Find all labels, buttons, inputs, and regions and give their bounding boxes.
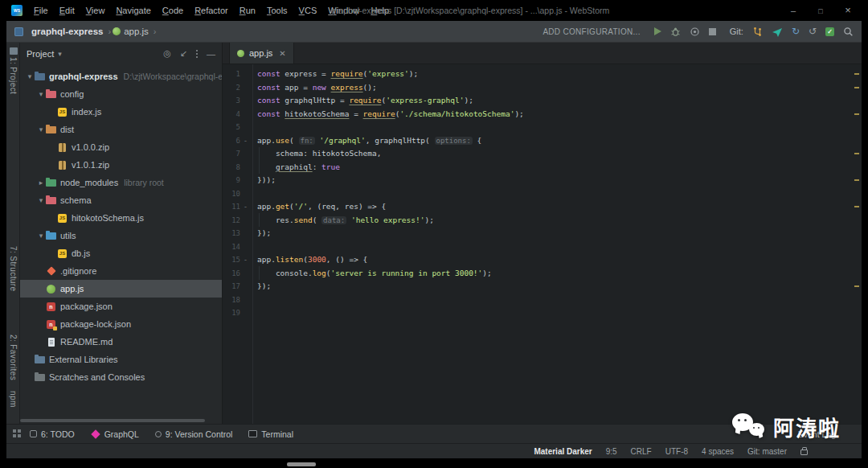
menu-refactor[interactable]: Refactor bbox=[189, 6, 234, 15]
fold-marker[interactable]: - bbox=[240, 134, 251, 148]
push-paper-plane-icon[interactable] bbox=[772, 27, 783, 37]
update-project-icon[interactable]: ↻ bbox=[792, 27, 800, 36]
menu-edit[interactable]: Edit bbox=[54, 6, 80, 15]
maximize-button[interactable] bbox=[807, 0, 834, 21]
tree-item-readme-md[interactable]: README.md bbox=[20, 333, 222, 351]
statusbar-item-git-master[interactable]: Git: master bbox=[747, 447, 787, 456]
toolwindow-button-graphql[interactable]: GraphQL bbox=[91, 429, 139, 439]
tree-item-dist[interactable]: ▾dist bbox=[20, 121, 222, 138]
menu-vcs[interactable]: VCS bbox=[293, 6, 323, 15]
stripe-tab-npm[interactable]: npm bbox=[6, 391, 20, 408]
code-line-9[interactable]: })); bbox=[257, 174, 852, 187]
tree-item--gitignore[interactable]: .gitignore bbox=[20, 262, 222, 280]
code-line-14[interactable] bbox=[257, 240, 852, 254]
editor-tab-appjs[interactable]: app.js ✕ bbox=[229, 43, 294, 64]
git-branch-icon[interactable] bbox=[752, 27, 763, 37]
statusbar-item-crlf[interactable]: CRLF bbox=[631, 447, 652, 456]
stripe-tab-favorites[interactable]: 2: Favorites bbox=[6, 335, 20, 380]
tree-item-config[interactable]: ▾config bbox=[20, 85, 222, 103]
code-line-3[interactable]: const graphqlHttp = require('express-gra… bbox=[257, 94, 852, 108]
stripe-tab-project[interactable]: 1: Project bbox=[6, 46, 20, 94]
commit-checkmark-icon[interactable]: ✓ bbox=[825, 27, 834, 36]
code-line-12[interactable]: res.send( data: 'hello express!'); bbox=[257, 214, 852, 228]
chevron-down-icon[interactable]: ▾ bbox=[25, 72, 35, 80]
toolwindow-button-terminal[interactable]: Terminal bbox=[248, 429, 293, 439]
menu-navigate[interactable]: Navigate bbox=[110, 6, 156, 15]
code-line-4[interactable]: const hitokotoSchema = require('./schema… bbox=[257, 108, 852, 121]
code-line-6[interactable]: app.use( fn: '/graphql', graphqlHttp( op… bbox=[257, 134, 852, 148]
code-area[interactable]: 123456-7891011-12131415-16171819 const e… bbox=[223, 64, 862, 424]
hide-panel-icon[interactable]: — bbox=[207, 49, 215, 59]
code-line-16[interactable]: console.log('server is running in port 3… bbox=[257, 267, 852, 281]
lock-icon[interactable] bbox=[800, 450, 808, 455]
project-panel-title[interactable]: Project bbox=[27, 49, 54, 59]
breadcrumb-project[interactable]: graphql-express bbox=[31, 27, 103, 36]
run-button[interactable] bbox=[654, 27, 661, 35]
close-button[interactable] bbox=[834, 0, 862, 21]
chevron-down-icon[interactable]: ▾ bbox=[36, 90, 46, 98]
options-icon[interactable] bbox=[196, 53, 198, 55]
menu-tools[interactable]: Tools bbox=[261, 6, 293, 15]
tree-item-graphql-express[interactable]: ▾graphql-expressD:\zjtWorkspace\graphql-… bbox=[20, 68, 222, 85]
code-line-8[interactable]: graphiql: true bbox=[257, 161, 852, 174]
minimize-button[interactable] bbox=[780, 0, 807, 21]
toolwindow-switcher-icon[interactable] bbox=[13, 429, 22, 438]
tree-item-package-json[interactable]: package.json bbox=[20, 298, 222, 315]
code-line-19[interactable] bbox=[257, 306, 852, 320]
chevron-down-icon[interactable]: ▾ bbox=[36, 125, 46, 133]
menu-file[interactable]: File bbox=[28, 6, 54, 15]
coverage-target-icon[interactable] bbox=[690, 27, 700, 37]
breadcrumb-file[interactable]: app.js bbox=[124, 27, 149, 36]
toolwindow-button-6-todo[interactable]: 6: TODO bbox=[30, 429, 75, 439]
menu-view[interactable]: View bbox=[80, 6, 111, 15]
tree-item-app-js[interactable]: app.js bbox=[20, 280, 222, 298]
collapse-all-icon[interactable]: ↙ bbox=[180, 48, 187, 59]
tree-item-scratches-and-consoles[interactable]: Scratches and Consoles bbox=[20, 368, 222, 386]
tree-item-hitokotoschema-js[interactable]: hitokotoSchema.js bbox=[20, 209, 222, 227]
toolwindow-button-9-version-control[interactable]: 9: Version Control bbox=[155, 429, 232, 439]
project-scrollbar[interactable] bbox=[20, 419, 205, 422]
folder-utils-icon bbox=[46, 231, 56, 241]
code-line-13[interactable]: }); bbox=[257, 227, 852, 240]
line-number: 6 bbox=[223, 134, 240, 148]
code-line-7[interactable]: schema: hitokotoSchema, bbox=[257, 147, 852, 161]
statusbar-item-9-5[interactable]: 9:5 bbox=[606, 447, 617, 456]
tree-item-utils[interactable]: ▾utils bbox=[20, 227, 222, 244]
tree-item-index-js[interactable]: index.js bbox=[20, 103, 222, 121]
menu-run[interactable]: Run bbox=[234, 6, 261, 15]
code-line-17[interactable]: }); bbox=[257, 280, 852, 294]
rollback-icon[interactable]: ↺ bbox=[809, 27, 817, 36]
locate-file-icon[interactable]: ◎ bbox=[163, 48, 171, 59]
run-configuration-selector[interactable]: ADD CONFIGURATION... bbox=[542, 27, 640, 36]
chevron-right-icon[interactable]: ▸ bbox=[36, 179, 46, 187]
code-line-18[interactable] bbox=[257, 294, 852, 307]
close-tab-icon[interactable]: ✕ bbox=[279, 49, 285, 58]
statusbar-item-material-darker[interactable]: Material Darker bbox=[534, 447, 592, 456]
menu-code[interactable]: Code bbox=[157, 6, 189, 15]
tree-item-schema[interactable]: ▾schema bbox=[20, 191, 222, 209]
tree-item-node-modules[interactable]: ▸node_moduleslibrary root bbox=[20, 174, 222, 191]
tree-item-package-lock-json[interactable]: package-lock.json bbox=[20, 315, 222, 333]
chevron-down-icon[interactable]: ▾ bbox=[36, 232, 46, 240]
debug-bug-icon[interactable] bbox=[670, 27, 681, 37]
stripe-tab-structure[interactable]: 7: Structure bbox=[6, 246, 20, 292]
page-scrollbar[interactable] bbox=[287, 462, 316, 466]
tree-item-v1-0-1-zip[interactable]: v1.0.1.zip bbox=[20, 156, 222, 174]
tree-item-v1-0-0-zip[interactable]: v1.0.0.zip bbox=[20, 138, 222, 156]
statusbar-item-utf-8[interactable]: UTF-8 bbox=[665, 447, 688, 456]
code-token: app. bbox=[257, 136, 276, 145]
code-line-2[interactable]: const app = new express(); bbox=[257, 81, 852, 95]
code-line-1[interactable]: const express = require('express'); bbox=[257, 68, 852, 81]
code-line-11[interactable]: app.get('/', (req, res) => { bbox=[257, 200, 852, 214]
statusbar-item-4-spaces[interactable]: 4 spaces bbox=[702, 447, 734, 456]
search-everywhere-icon[interactable] bbox=[843, 27, 854, 37]
code-line-15[interactable]: app.listen(3000, () => { bbox=[257, 253, 852, 267]
fold-marker[interactable]: - bbox=[240, 200, 251, 214]
code-line-10[interactable] bbox=[257, 187, 852, 201]
stop-button[interactable] bbox=[709, 28, 716, 35]
tree-item-db-js[interactable]: db.js bbox=[20, 244, 222, 262]
fold-marker[interactable]: - bbox=[240, 253, 251, 267]
tree-item-external-libraries[interactable]: External Libraries bbox=[20, 351, 222, 368]
code-line-5[interactable] bbox=[257, 121, 852, 134]
chevron-down-icon[interactable]: ▾ bbox=[36, 196, 46, 204]
